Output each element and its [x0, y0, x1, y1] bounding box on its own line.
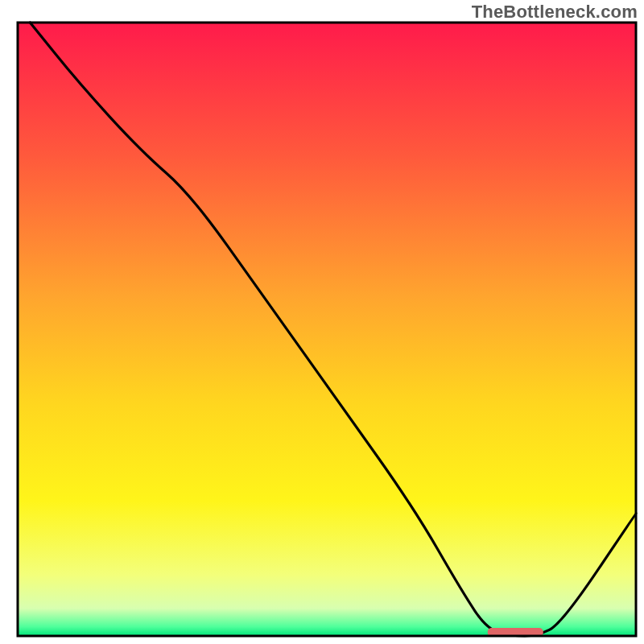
watermark-text: TheBottleneck.com [472, 2, 638, 23]
bottleneck-chart [0, 0, 644, 644]
chart-container: TheBottleneck.com [0, 0, 644, 644]
gradient-background [18, 23, 636, 636]
